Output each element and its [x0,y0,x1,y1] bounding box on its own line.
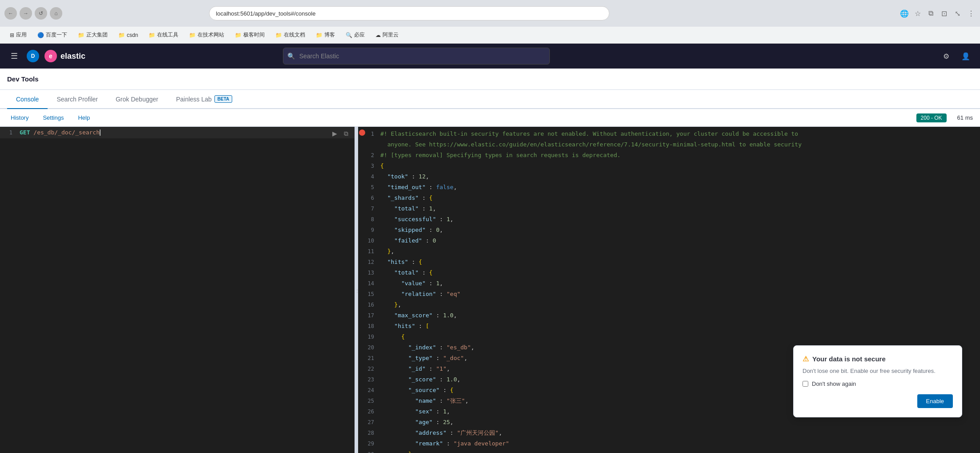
settings-button[interactable]: Settings [39,113,67,123]
folder-icon: 📁 [118,32,125,38]
resp-content-27: "age" : 25, [380,417,980,427]
bookmark-baidu[interactable]: 🔵 百度一下 [33,29,72,40]
bookmark-blog[interactable]: 📁 博客 [311,29,339,40]
resp-line-num-21: 21 [358,353,380,363]
resp-content-14: "value" : 1, [380,279,980,288]
resp-line-13: 13 "total" : { [358,267,980,278]
user-menu-button[interactable]: 👤 [959,49,973,63]
copy-button[interactable]: ⧉ [341,129,351,138]
history-button[interactable]: History [7,113,32,123]
bookmark-label: 在技术网站 [198,31,224,39]
resp-content-9: "skipped" : 0, [380,225,980,235]
bookmark-zhengda[interactable]: 📁 正大集团 [73,29,112,40]
resp-line-num-16: 16 [358,300,380,310]
dont-show-checkbox-input[interactable] [803,381,808,387]
bookmark-tech[interactable]: 📁 在技术网站 [185,29,229,40]
bookmark-apps[interactable]: ⊞ 应用 [5,29,31,40]
resp-line-11: 11 }, [358,246,980,257]
bookmark-geek[interactable]: 📁 极客时间 [230,29,269,40]
resp-content-13: "total" : { [380,268,980,278]
bookmark-bing[interactable]: 🔍 必应 [341,29,369,40]
line-number-1: 1 [0,128,18,138]
resp-line-num-27: 27 [358,417,380,427]
tab-console[interactable]: Console [7,90,48,109]
forward-button[interactable]: → [20,7,32,20]
app-title: Dev Tools [7,75,39,83]
puzzle-icon[interactable]: ⧉ [927,9,936,18]
hamburger-menu-button[interactable]: ☰ [7,49,21,63]
resp-line-num-25: 25 [358,396,380,406]
settings-icon-button[interactable]: ⚙ [939,49,953,63]
dont-show-label: Don't show again [812,380,856,387]
resp-line-8: 8 "successful" : 1, [358,214,980,225]
resp-line-num-3: 3 [358,161,380,171]
home-button[interactable]: ⌂ [50,7,62,20]
line-content-1: GET /es_db/_doc/_search [18,128,355,138]
resp-line-num-28: 28 [358,428,380,438]
bookmark-label: 正大集团 [86,31,108,39]
resp-line-num-12: 12 [358,257,380,267]
resp-line-2: 2 #! [types removal] Specifying types in… [358,150,980,161]
bookmark-label: 在线工具 [157,31,178,39]
bookmark-label: 博客 [324,31,335,39]
star-icon[interactable]: ☆ [913,9,922,18]
resp-line-num-20: 20 [358,343,380,352]
address-bar[interactable]: localhost:5601/app/dev_tools#/console [209,6,609,20]
resp-line-num-14: 14 [358,279,380,288]
resp-line-18: 18 "hits" : [ [358,321,980,332]
help-button[interactable]: Help [74,113,93,123]
resp-line-num-6: 6 [358,193,380,203]
top-nav: ☰ D e elastic 🔍 ⚙ 👤 [0,44,980,69]
user-avatar[interactable]: D [27,50,39,62]
bookmarks-bar: ⊞ 应用 🔵 百度一下 📁 正大集团 📁 csdn 📁 在线工具 📁 在技术网站… [0,27,980,44]
tab-bar: Console Search Profiler Grok Debugger Pa… [0,90,980,109]
resp-content-4: "took" : 12, [380,172,980,182]
resp-content-2: #! [types removal] Specifying types in s… [380,150,980,160]
resp-line-12: 12 "hits" : { [358,257,980,267]
folder-icon: 📁 [78,32,85,38]
editor-line-1: 1 GET /es_db/_doc/_search [0,127,355,138]
resp-line-num-17: 17 [358,311,380,320]
elastic-logo[interactable]: e elastic [44,50,85,62]
warning-icon: ⚠ [803,355,809,363]
bookmark-aliyun[interactable]: ☁ 阿里云 [371,29,403,40]
editor-panel[interactable]: 1 GET /es_db/_doc/_search ▶ ⧉ [0,127,356,453]
resp-content-29: "remark" : "java developer" [380,439,980,449]
dont-show-again-checkbox[interactable]: Don't show again [803,380,953,387]
bookmark-tools[interactable]: 📁 在线工具 [144,29,183,40]
run-button[interactable]: ▶ [330,129,339,138]
tab-grok-debugger[interactable]: Grok Debugger [107,90,167,109]
tab-painless-lab-label: Painless Lab [176,96,212,103]
enable-security-button[interactable]: Enable [917,394,953,408]
nav-right: ⚙ 👤 [939,49,973,63]
browser-icons: 🌐 ☆ ⧉ ⊡ ⤡ ⋮ [900,9,976,18]
menu-icon[interactable]: ⋮ [967,9,976,18]
bookmark-csdn[interactable]: 📁 csdn [114,30,142,40]
resp-line-3: 3 { [358,161,980,171]
translate-icon[interactable]: 🌐 [900,9,909,18]
tab-search-profiler[interactable]: Search Profiler [48,90,107,109]
beta-badge: BETA [214,95,232,103]
resp-line-num-4: 4 [358,172,380,182]
editor-actions: ▶ ⧉ [330,129,351,138]
user-initial: D [31,53,35,59]
resp-line-28: 28 "address" : "广州天河公园", [358,428,980,438]
resp-content-11: }, [380,247,980,256]
refresh-button[interactable]: ↺ [35,7,47,20]
search-input[interactable] [283,48,550,65]
expand-icon[interactable]: ⤡ [953,9,962,18]
bookmark-docs[interactable]: 📁 在线文档 [271,29,310,40]
resp-line-num-13: 13 [358,268,380,278]
back-button[interactable]: ← [4,7,17,20]
timing-text: 61 ms [957,114,973,121]
bookmark-label: 必应 [354,31,365,39]
bookmark-label: 应用 [16,31,27,39]
tab-grok-debugger-label: Grok Debugger [116,96,158,103]
tab-painless-lab[interactable]: Painless Lab BETA [167,90,242,109]
resp-content-10: "failed" : 0 [380,236,980,246]
resp-line-9: 9 "skipped" : 0, [358,225,980,235]
folder-icon: 📁 [235,32,242,38]
bookmark-label: csdn [127,32,138,38]
window-icon[interactable]: ⊡ [940,9,949,18]
browser-nav-buttons: ← → ↺ ⌂ [4,7,62,20]
